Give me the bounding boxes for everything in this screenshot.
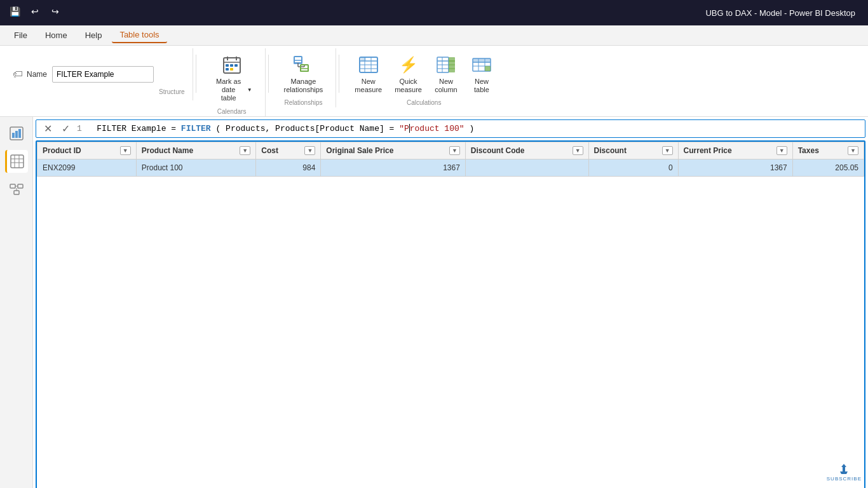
formula-bar: ✕ ✓ 1 FILTER Example = FILTER ( Products…: [36, 119, 865, 138]
svg-rect-37: [473, 58, 478, 62]
formula-arg-text: Products, Products[Product Name] = "Prod…: [226, 124, 469, 133]
svg-rect-7: [226, 68, 229, 71]
quick-measure-icon: ⚡: [397, 53, 420, 76]
name-icon: 🏷: [13, 69, 23, 80]
svg-rect-51: [18, 184, 23, 188]
filter-cost-button[interactable]: ▼: [304, 146, 315, 155]
structure-section-label: Structure: [159, 88, 185, 95]
col-header-discount-code: Discount Code ▼: [465, 142, 588, 159]
quick-measure-label: Quick measure: [395, 78, 422, 94]
calendars-label: Calendars: [207, 105, 257, 115]
svg-rect-52: [14, 191, 19, 194]
formula-editor[interactable]: 1 FILTER Example = FILTER ( Products, Pr…: [77, 124, 860, 133]
svg-rect-6: [234, 64, 238, 67]
filter-discount-code-button[interactable]: ▼: [573, 146, 583, 155]
formula-operator: =: [171, 124, 181, 133]
ribbon-relationships-section: Manage relationships Relationships: [271, 48, 337, 107]
svg-rect-38: [478, 58, 485, 62]
relationships-label: Relationships: [279, 97, 329, 106]
cell-taxes: 205.05: [792, 159, 864, 176]
col-header-cost: Cost ▼: [256, 142, 321, 159]
svg-rect-39: [485, 58, 491, 62]
new-table-button[interactable]: New table: [465, 51, 498, 97]
menu-help[interactable]: Help: [78, 28, 110, 43]
cell-original-sale-price: 1367: [321, 159, 466, 176]
new-measure-icon: [357, 53, 380, 76]
cell-current-price: 1367: [678, 159, 792, 176]
title-bar-text: UBG to DAX - Model - Power BI Desktop: [705, 8, 855, 18]
mark-as-date-table-button[interactable]: Mark as date table ▼: [207, 51, 257, 105]
table-row[interactable]: ENX2099 Product 100 984 1367 0 1367 205.…: [37, 159, 864, 176]
manage-relationships-button[interactable]: Manage relationships: [279, 51, 329, 97]
svg-rect-42: [12, 133, 15, 138]
svg-rect-40: [485, 66, 491, 71]
svg-rect-15: [301, 69, 308, 71]
formula-table-name: FILTER Example: [97, 124, 166, 133]
cell-cost: 984: [256, 159, 321, 176]
sidebar-report-icon[interactable]: [5, 122, 28, 145]
cell-discount-code: [465, 159, 588, 176]
col-header-taxes: Taxes ▼: [792, 142, 864, 159]
svg-rect-9: [294, 57, 302, 63]
undo-button[interactable]: ↩: [27, 3, 43, 20]
cell-discount: 0: [588, 159, 678, 176]
new-column-button[interactable]: New column: [430, 51, 463, 97]
col-header-product-id: Product ID ▼: [37, 142, 137, 159]
menu-home[interactable]: Home: [37, 28, 75, 43]
new-measure-button[interactable]: New measure: [349, 51, 387, 97]
svg-rect-43: [15, 131, 18, 138]
formula-line-number: 1: [77, 124, 82, 133]
filter-taxes-button[interactable]: ▼: [848, 146, 858, 155]
lightning-icon: ⚡: [399, 56, 418, 74]
formula-open-paren: (: [215, 124, 220, 133]
filter-current-price-button[interactable]: ▼: [776, 146, 787, 155]
table-name-input[interactable]: [52, 66, 154, 83]
filter-discount-button[interactable]: ▼: [662, 146, 673, 155]
save-button[interactable]: 💾: [6, 3, 23, 20]
data-table-wrapper: Product ID ▼ Product Name ▼: [36, 140, 865, 488]
svg-rect-4: [226, 64, 229, 67]
col-header-product-name: Product Name ▼: [136, 142, 255, 159]
name-label: Name: [27, 70, 47, 79]
menu-file[interactable]: File: [6, 28, 35, 43]
sidebar-data-icon[interactable]: [5, 150, 28, 173]
mark-as-date-table-label: Mark as date table ▼: [212, 78, 252, 103]
ribbon-calendars-section: Mark as date table ▼ Calendars: [199, 48, 266, 116]
new-measure-label: New measure: [355, 78, 382, 94]
svg-rect-8: [230, 68, 233, 71]
relationships-icon: [292, 53, 315, 76]
col-header-discount: Discount ▼: [588, 142, 678, 159]
cell-product-id: ENX2099: [37, 159, 137, 176]
svg-rect-5: [230, 64, 233, 67]
filter-original-sale-price-button[interactable]: ▼: [449, 146, 460, 155]
calendar-icon: [220, 53, 243, 76]
ribbon-calculations-section: New measure ⚡ Quick measure: [342, 48, 506, 107]
new-table-label: New table: [474, 78, 489, 94]
menu-table-tools[interactable]: Table tools: [112, 27, 166, 43]
data-table: Product ID ▼ Product Name ▼: [37, 142, 864, 177]
cell-product-name: Product 100: [136, 159, 255, 176]
svg-rect-50: [10, 184, 15, 188]
new-column-icon: [435, 53, 458, 76]
manage-relationships-label: Manage relationships: [284, 78, 323, 94]
col-header-original-sale-price: Original Sale Price ▼: [321, 142, 466, 159]
new-table-icon: [470, 53, 493, 76]
formula-close-paren: ): [469, 124, 474, 133]
formula-accept-button[interactable]: ✓: [59, 123, 72, 135]
ribbon-divider-3: [339, 55, 339, 93]
filter-product-name-button[interactable]: ▼: [240, 146, 250, 155]
svg-rect-22: [361, 57, 366, 61]
ribbon-divider-1: [196, 55, 196, 93]
formula-function-name: FILTER: [181, 124, 211, 133]
svg-rect-44: [18, 129, 21, 138]
ribbon-divider-2: [268, 55, 269, 93]
filter-product-id-button[interactable]: ▼: [120, 146, 131, 155]
sidebar: [0, 117, 33, 488]
new-column-label: New column: [435, 78, 457, 94]
ribbon-structure-section: 🏷 Name Structure: [5, 48, 193, 100]
subscribe-text: SUBSCRIBE: [827, 463, 862, 482]
formula-cancel-button[interactable]: ✕: [41, 123, 54, 135]
sidebar-model-icon[interactable]: [5, 178, 28, 201]
redo-button[interactable]: ↪: [47, 3, 64, 20]
quick-measure-button[interactable]: ⚡ Quick measure: [390, 51, 427, 97]
